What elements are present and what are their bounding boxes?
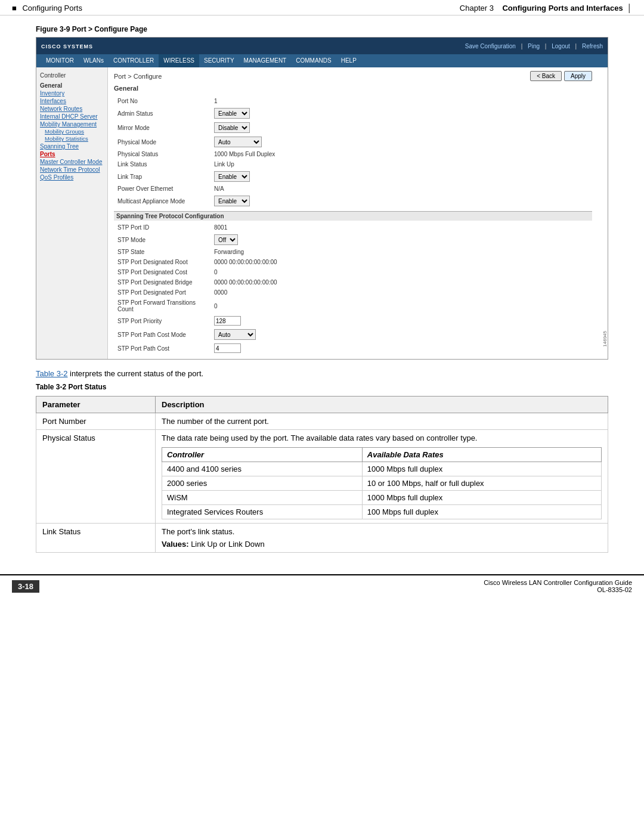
nav-help[interactable]: HELP [336,54,361,67]
save-config-link[interactable]: Save Configuration [465,43,516,49]
value-poe: N/A [212,184,591,193]
table-row: Physical Status The data rate being used… [36,430,608,524]
link-status-values: Values: Link Up or Link Down [162,540,602,549]
sidebar-item-ntp[interactable]: Network Time Protocol [39,166,105,173]
stp-value-priority [212,315,591,327]
stp-field-designated-port: STP Port Designated Port 0000 [115,288,591,297]
nav-wireless[interactable]: WIRELESS [159,54,199,67]
label-physical-status: Physical Status [115,150,210,159]
table-ref-link[interactable]: Table 3-2 [36,369,67,378]
sidebar-item-ports[interactable]: Ports [39,151,105,157]
link-status-desc: The port's link status. [162,527,602,536]
sidebar-item-qos[interactable]: QoS Profiles [39,174,105,181]
sidebar-item-mobility-groups[interactable]: Mobility Groups [39,128,105,135]
ping-link[interactable]: Ping [528,43,540,49]
stp-label-designated-root: STP Port Designated Root [115,258,210,267]
sidebar-title: Controller [39,72,105,79]
field-multicast: Multicast Appliance Mode Enable Disable [115,194,591,208]
nav-commands[interactable]: COMMANDS [291,54,336,67]
table-row: Port Number The number of the current po… [36,413,608,430]
back-button[interactable]: < Back [530,71,562,81]
sidebar: Controller General Inventory Interfaces … [36,67,108,359]
stp-value-designated-port: 0000 [212,288,591,297]
apply-button[interactable]: Apply [564,71,592,81]
page-footer: 3-18 Cisco Wireless LAN Controller Confi… [0,574,644,597]
value-physical-status: 1000 Mbps Full Duplex [212,150,591,159]
value-multicast: Enable Disable [212,194,591,208]
inner-row: Integrated Services Routers 100 Mbps ful… [162,505,602,519]
label-port-no: Port No [115,97,210,106]
doc-number: OL-8335-02 [484,586,632,593]
stp-field-designated-root: STP Port Designated Root 0000 00:00:00:0… [115,258,591,267]
sidebar-item-mobility-stats[interactable]: Mobility Statistics [39,135,105,142]
nav-security[interactable]: SECURITY [199,54,239,67]
sidebar-item-spanning-tree[interactable]: Spanning Tree [39,143,105,150]
stp-field-forward-transitions: STP Port Forward Transitions Count 0 [115,298,591,314]
multicast-select[interactable]: Enable Disable [214,196,250,206]
port-status-table: Parameter Description Port Number The nu… [36,396,608,553]
page-header: ■ Configuring Ports Chapter 3 Configurin… [0,0,644,16]
link-trap-select[interactable]: Enable Disable [214,171,250,182]
stp-value-mode: Off On [212,233,591,246]
stp-mode-select[interactable]: Off On [214,234,238,245]
value-port-no: 1 [212,97,591,106]
action-bar: Port > Configure < Back Apply [114,71,592,81]
sidebar-item-interfaces[interactable]: Interfaces [39,98,105,104]
stp-label-path-cost-mode: STP Port Path Cost Mode [115,328,210,341]
admin-status-select[interactable]: Enable Disable [214,108,250,119]
table-section: Table 3-2 interprets the current status … [0,360,644,562]
stp-value-forward-transitions: 0 [212,298,591,314]
table-ref-suffix: interprets the current status of the por… [67,369,203,378]
logout-link[interactable]: Logout [552,43,570,49]
nav-controller[interactable]: CONTROLLER [109,54,159,67]
mirror-mode-select[interactable]: Disable Enable [214,122,250,133]
stp-path-cost-input[interactable] [214,343,241,353]
label-link-status: Link Status [115,160,210,169]
param-physical-status: Physical Status [36,430,156,524]
field-link-status: Link Status Link Up [115,160,591,169]
stp-value-designated-cost: 0 [212,268,591,277]
field-physical-mode: Physical Mode Auto 10 Half 10 Full 100 F… [115,135,591,148]
stp-label-port-id: STP Port ID [115,223,210,232]
physical-status-desc: The data rate being used by the port. Th… [162,433,602,442]
desc-port-number: The number of the current port. [156,413,608,430]
controller-4400: 4400 and 4100 series [162,462,363,476]
footer-right: Cisco Wireless LAN Controller Configurat… [484,579,632,593]
table-header-row: Parameter Description [36,397,608,413]
stp-path-cost-mode-select[interactable]: Auto Manual [214,329,256,340]
stp-label-forward-transitions: STP Port Forward Transitions Count [115,298,210,314]
nav-management[interactable]: MANAGEMENT [239,54,292,67]
sidebar-item-network-routes[interactable]: Network Routes [39,106,105,112]
separator1: | [521,43,524,49]
param-link-status: Link Status [36,524,156,553]
inner-row: 2000 series 10 or 100 Mbps, half or full… [162,476,602,491]
configuring-ports-label: ■ Configuring Ports [12,4,82,13]
stp-field-priority: STP Port Priority [115,315,591,327]
stp-section-header: Spanning Tree Protocol Configuration [114,211,592,221]
stp-value-designated-bridge: 0000 00:00:00:00:00:00 [212,278,591,287]
stp-label-designated-port: STP Port Designated Port [115,288,210,297]
inner-row: WiSM 1000 Mbps full duplex [162,491,602,505]
sidebar-item-inventory[interactable]: Inventory [39,90,105,97]
stp-priority-input[interactable] [214,316,241,326]
sidebar-item-dhcp[interactable]: Internal DHCP Server [39,113,105,120]
vertical-label-container: 146945 [598,67,608,359]
stp-value-designated-root: 0000 00:00:00:00:00:00 [212,258,591,267]
stp-label-priority: STP Port Priority [115,315,210,327]
field-mirror-mode: Mirror Mode Disable Enable [115,121,591,134]
refresh-link[interactable]: Refresh [582,43,603,49]
main-layout: Controller General Inventory Interfaces … [36,67,608,359]
sidebar-item-master-controller[interactable]: Master Controller Mode [39,159,105,165]
cisco-nav: MONITOR WLANs CONTROLLER WIRELESS SECURI… [36,54,608,67]
nav-wlans[interactable]: WLANs [79,54,109,67]
general-form-table: Port No 1 Admin Status Enable Disable [114,95,592,209]
inner-data-rates-table: Controller Available Data Rates 4400 and… [162,447,602,519]
physical-mode-select[interactable]: Auto 10 Half 10 Full 100 Full 1000 Full [214,137,262,147]
screenshot-container: CISCO SYSTEMS Save Configuration | Ping … [0,37,644,360]
sidebar-item-mobility[interactable]: Mobility Management [39,121,105,128]
stp-value-path-cost [212,342,591,354]
field-poe: Power Over Ethernet N/A [115,184,591,193]
nav-monitor[interactable]: MONITOR [41,54,79,67]
guide-title: Cisco Wireless LAN Controller Configurat… [484,579,632,586]
stp-field-state: STP State Forwarding [115,247,591,256]
